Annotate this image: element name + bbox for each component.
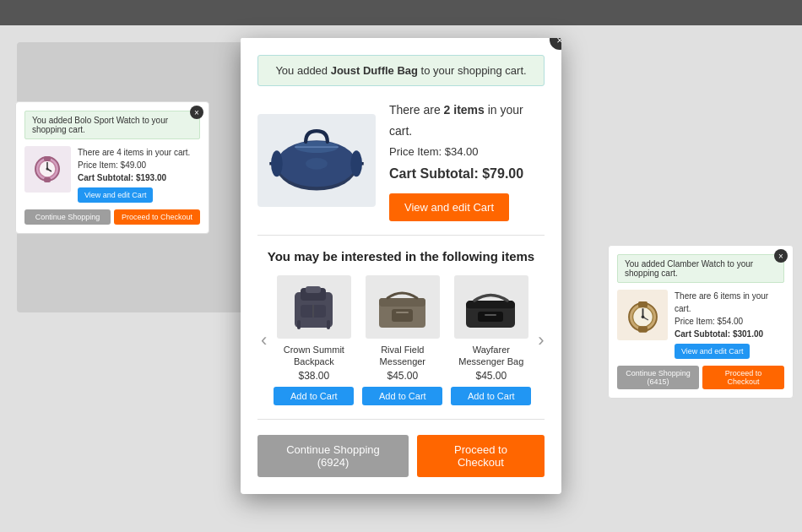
left-popup-subtotal: Cart Subtotal: $193.00 xyxy=(78,171,190,184)
left-popup-content: There are 4 items in your cart. Price It… xyxy=(24,146,200,203)
main-modal-notification: You added Joust Duffle Bag to your shopp… xyxy=(257,55,545,86)
main-modal-bottom-actions: Continue Shopping (6924) Proceed to Chec… xyxy=(257,435,545,477)
svg-point-22 xyxy=(306,158,328,170)
svg-rect-37 xyxy=(485,313,496,315)
right-popup-checkout-button[interactable]: Proceed to Checkout xyxy=(702,366,784,389)
left-popup-bottom-actions: Continue Shopping Proceed to Checkout xyxy=(24,209,200,225)
suggestion-item-2: Rival Field Messenger $45.00 Add to Cart xyxy=(362,274,442,405)
right-popup-subtotal: Cart Subtotal: $301.00 xyxy=(675,328,784,340)
left-popup-items-count: There are 4 items in your cart. xyxy=(78,146,190,159)
messenger-bag-2-icon xyxy=(459,279,523,334)
svg-rect-31 xyxy=(379,297,425,306)
suggestion-item-3: Wayfarer Messenger Bag $45.00 Add to Car… xyxy=(451,274,531,405)
right-popup-continue-button[interactable]: Continue Shopping (6415) xyxy=(617,366,699,389)
suggestions-title: You may be interested in the following i… xyxy=(257,248,545,263)
main-modal-price: Price Item: $34.00 xyxy=(389,142,545,161)
suggestion-item-3-price: $45.00 xyxy=(451,370,531,382)
left-popup-close-icon[interactable]: × xyxy=(190,106,203,119)
main-modal-product-image xyxy=(257,114,376,207)
suggestion-item-1: Crown Summit Backpack $38.00 Add to Cart xyxy=(274,274,354,405)
right-popup-close-icon[interactable]: × xyxy=(774,249,788,263)
modal-divider-2 xyxy=(257,419,545,420)
suggestion-item-2-add-button[interactable]: Add to Cart xyxy=(362,387,442,405)
left-cart-popup: × You added Bolo Sport Watch to your sho… xyxy=(15,101,209,234)
right-popup-notification: You added Clamber Watch to your shopping… xyxy=(617,254,784,283)
right-cart-popup: × You added Clamber Watch to your shoppi… xyxy=(608,245,794,399)
svg-rect-10 xyxy=(638,326,648,332)
main-modal-items-count: There are 2 items in your cart. xyxy=(389,100,545,142)
svg-point-13 xyxy=(641,315,644,318)
suggestion-item-3-image xyxy=(454,274,528,338)
suggestion-item-1-add-button[interactable]: Add to Cart xyxy=(274,387,354,405)
left-popup-checkout-button[interactable]: Proceed to Checkout xyxy=(114,209,200,225)
main-cart-modal: × You added Joust Duffle Bag to your sho… xyxy=(241,38,561,494)
right-popup-content: There are 6 items in your cart. Price It… xyxy=(617,290,784,359)
left-popup-price: Price Item: $49.00 xyxy=(78,159,190,171)
duffle-bag-icon xyxy=(266,120,367,200)
svg-point-6 xyxy=(46,168,49,171)
modal-divider-1 xyxy=(257,234,545,235)
clamber-watch-icon xyxy=(620,292,666,339)
bg-top-bar xyxy=(0,0,802,25)
notification-prefix: You added xyxy=(275,64,330,77)
right-popup-product-image xyxy=(617,290,668,340)
main-modal-product-info: There are 2 items in your cart. Price It… xyxy=(389,100,545,221)
svg-rect-32 xyxy=(392,308,413,321)
main-modal-close-icon[interactable]: × xyxy=(550,38,561,50)
svg-rect-36 xyxy=(478,311,503,321)
main-modal-continue-button[interactable]: Continue Shopping (6924) xyxy=(257,435,409,477)
main-modal-view-cart-button[interactable]: View and edit Cart xyxy=(389,193,509,220)
main-modal-checkout-button[interactable]: Proceed to Checkout xyxy=(417,435,545,477)
svg-point-20 xyxy=(271,151,283,177)
suggestion-item-2-name: Rival Field Messenger xyxy=(362,343,442,367)
suggestions-next-button[interactable]: › xyxy=(534,329,547,351)
left-popup-view-cart-button[interactable]: View and edit Cart xyxy=(78,187,153,203)
notification-product-name: Joust Duffle Bag xyxy=(331,64,418,77)
watch-icon xyxy=(29,150,67,188)
main-modal-product-section: There are 2 items in your cart. Price It… xyxy=(257,100,545,221)
svg-point-21 xyxy=(350,151,362,177)
right-popup-view-cart-button[interactable]: View and edit Cart xyxy=(675,344,750,359)
svg-rect-33 xyxy=(396,311,409,312)
messenger-bag-1-icon xyxy=(371,279,434,334)
svg-rect-3 xyxy=(44,177,51,182)
left-popup-product-image xyxy=(24,146,71,193)
suggestion-item-1-price: $38.00 xyxy=(274,370,354,382)
right-popup-items-count: There are 6 items in your cart. xyxy=(675,290,784,315)
suggestions-row: ‹ Crown Summit Backpack $38.00 xyxy=(257,274,545,405)
left-popup-continue-button[interactable]: Continue Shopping xyxy=(24,209,111,225)
svg-rect-9 xyxy=(638,301,648,307)
svg-rect-25 xyxy=(306,285,321,292)
backpack-icon xyxy=(282,279,345,334)
suggestion-item-2-image xyxy=(366,274,440,338)
main-modal-subtotal: Cart Subtotal: $79.00 xyxy=(389,162,545,187)
right-popup-bottom-actions: Continue Shopping (6415) Proceed to Chec… xyxy=(617,366,784,389)
suggestions-prev-button[interactable]: ‹ xyxy=(257,329,270,351)
suggestions-items: Crown Summit Backpack $38.00 Add to Cart… xyxy=(274,274,531,405)
suggestion-item-1-name: Crown Summit Backpack xyxy=(274,343,354,367)
left-popup-product-details: There are 4 items in your cart. Price It… xyxy=(78,146,190,203)
right-popup-product-details: There are 6 items in your cart. Price It… xyxy=(675,290,784,359)
suggestion-item-3-add-button[interactable]: Add to Cart xyxy=(451,387,531,405)
svg-rect-2 xyxy=(44,156,51,161)
suggestion-item-2-price: $45.00 xyxy=(362,370,442,382)
notification-suffix: to your shopping cart. xyxy=(418,64,527,77)
suggestion-item-1-image xyxy=(277,274,351,338)
suggestion-item-3-name: Wayfarer Messenger Bag xyxy=(451,343,531,367)
right-popup-price: Price Item: $54.00 xyxy=(675,315,784,328)
left-popup-notification: You added Bolo Sport Watch to your shopp… xyxy=(24,111,200,139)
